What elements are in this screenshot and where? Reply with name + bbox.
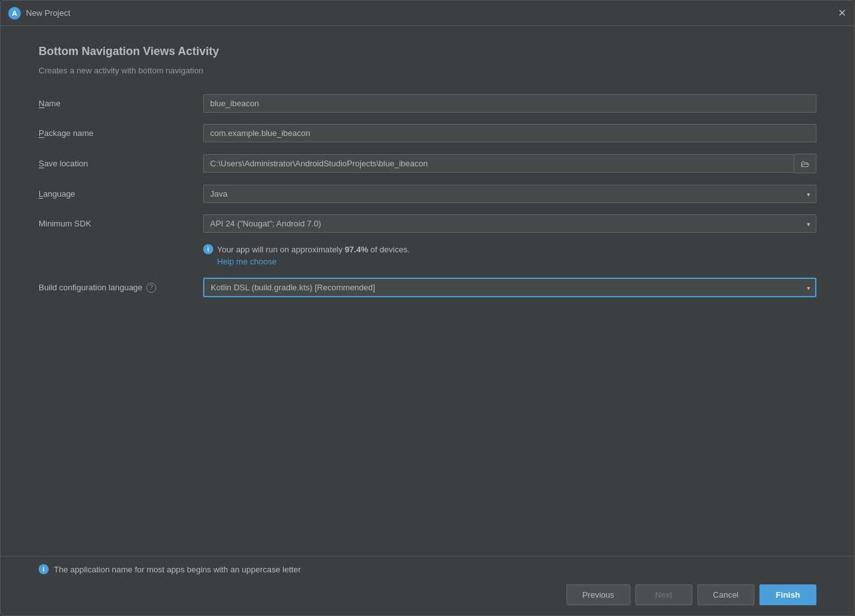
window-title: New Project xyxy=(26,8,837,18)
title-bar: A New Project ✕ xyxy=(1,1,854,26)
buttons-row: Previous Next Cancel Finish xyxy=(39,584,816,605)
save-location-label: Save location xyxy=(39,159,203,168)
bottom-info-text: The application name for most apps begin… xyxy=(54,565,301,574)
browse-folder-button[interactable]: 🗁 xyxy=(794,154,816,173)
next-button[interactable]: Next xyxy=(635,584,692,605)
close-button[interactable]: ✕ xyxy=(837,8,847,18)
package-name-row: Package name xyxy=(39,124,816,142)
sdk-percentage: 97.4% xyxy=(345,245,368,254)
language-select-wrapper: Java Kotlin ▾ xyxy=(203,185,816,203)
help-me-choose-link[interactable]: Help me choose xyxy=(217,257,816,266)
name-row: Name xyxy=(39,94,816,113)
build-config-row: Build configuration language ? Kotlin DS… xyxy=(39,278,816,297)
build-config-label-text: Build configuration language xyxy=(39,283,142,292)
sdk-info-row: i Your app will run on approximately 97.… xyxy=(203,244,816,254)
previous-button[interactable]: Previous xyxy=(566,584,630,605)
language-label: Language xyxy=(39,189,203,199)
build-config-select[interactable]: Kotlin DSL (build.gradle.kts) [Recommend… xyxy=(203,278,816,297)
save-location-input[interactable] xyxy=(203,154,794,173)
save-location-row: Save location 🗁 xyxy=(39,154,816,173)
sdk-info-text: Your app will run on approximately 97.4%… xyxy=(217,245,410,254)
minimum-sdk-row: Minimum SDK API 21 ("Lollipop"; Android … xyxy=(39,214,816,233)
activity-description: Creates a new activity with bottom navig… xyxy=(39,66,816,75)
minimum-sdk-select-wrapper: API 21 ("Lollipop"; Android 5.0) API 24 … xyxy=(203,214,816,233)
bottom-info-icon: i xyxy=(39,564,49,574)
name-input[interactable] xyxy=(203,94,816,113)
main-content: Bottom Navigation Views Activity Creates… xyxy=(1,26,854,556)
build-config-select-wrapper: Kotlin DSL (build.gradle.kts) [Recommend… xyxy=(203,278,816,297)
sdk-info-section: i Your app will run on approximately 97.… xyxy=(203,244,816,266)
language-row: Language Java Kotlin ▾ xyxy=(39,185,816,203)
activity-title: Bottom Navigation Views Activity xyxy=(39,45,816,58)
sdk-info-icon: i xyxy=(203,244,213,254)
bottom-bar: i The application name for most apps beg… xyxy=(1,556,854,615)
app-logo: A xyxy=(8,7,21,20)
minimum-sdk-label: Minimum SDK xyxy=(39,219,203,228)
cancel-button[interactable]: Cancel xyxy=(697,584,754,605)
finish-button[interactable]: Finish xyxy=(759,584,816,605)
language-select[interactable]: Java Kotlin xyxy=(203,185,816,203)
folder-icon: 🗁 xyxy=(801,159,809,169)
package-name-input[interactable] xyxy=(203,124,816,142)
minimum-sdk-select[interactable]: API 21 ("Lollipop"; Android 5.0) API 24 … xyxy=(203,214,816,233)
save-location-wrapper: 🗁 xyxy=(203,154,816,173)
package-name-label: Package name xyxy=(39,128,203,138)
build-config-label-wrapper: Build configuration language ? xyxy=(39,283,203,293)
name-label: Name xyxy=(39,99,203,108)
new-project-dialog: A New Project ✕ Bottom Navigation Views … xyxy=(0,0,855,616)
bottom-info-row: i The application name for most apps beg… xyxy=(39,564,816,574)
build-config-help-icon[interactable]: ? xyxy=(146,283,156,293)
